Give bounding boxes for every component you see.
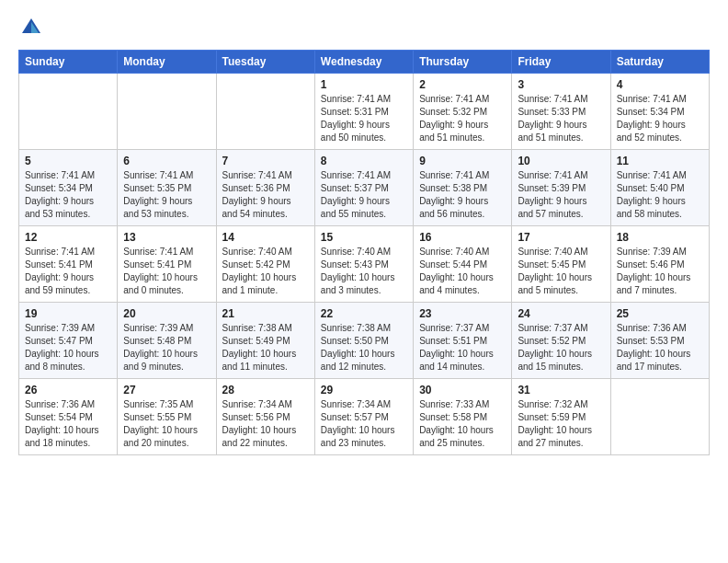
weekday-header-saturday: Saturday — [610, 51, 709, 74]
day-info-12: Sunrise: 7:41 AM Sunset: 5:41 PM Dayligh… — [25, 246, 111, 297]
weekday-header-tuesday: Tuesday — [216, 51, 314, 74]
empty-cell — [610, 379, 709, 455]
day-number-4: 4 — [617, 78, 703, 91]
day-info-1: Sunrise: 7:41 AM Sunset: 5:31 PM Dayligh… — [321, 93, 407, 144]
day-info-2: Sunrise: 7:41 AM Sunset: 5:32 PM Dayligh… — [419, 93, 506, 144]
logo-icon — [18, 15, 44, 40]
day-cell-5: 5Sunrise: 7:41 AM Sunset: 5:34 PM Daylig… — [19, 150, 118, 226]
empty-cell — [216, 74, 314, 150]
day-cell-1: 1Sunrise: 7:41 AM Sunset: 5:31 PM Daylig… — [314, 74, 413, 150]
day-number-18: 18 — [617, 231, 703, 244]
day-number-26: 26 — [25, 384, 111, 396]
day-cell-30: 30Sunrise: 7:33 AM Sunset: 5:58 PM Dayli… — [414, 379, 512, 455]
day-number-23: 23 — [419, 307, 506, 320]
day-cell-18: 18Sunrise: 7:39 AM Sunset: 5:46 PM Dayli… — [610, 226, 709, 303]
day-info-18: Sunrise: 7:39 AM Sunset: 5:46 PM Dayligh… — [617, 246, 703, 297]
day-info-9: Sunrise: 7:41 AM Sunset: 5:38 PM Dayligh… — [419, 169, 506, 221]
day-info-5: Sunrise: 7:41 AM Sunset: 5:34 PM Dayligh… — [25, 169, 111, 221]
day-info-21: Sunrise: 7:38 AM Sunset: 5:49 PM Dayligh… — [222, 322, 309, 373]
day-info-14: Sunrise: 7:40 AM Sunset: 5:42 PM Dayligh… — [222, 246, 309, 297]
day-info-26: Sunrise: 7:36 AM Sunset: 5:54 PM Dayligh… — [25, 398, 111, 450]
day-cell-25: 25Sunrise: 7:36 AM Sunset: 5:53 PM Dayli… — [610, 303, 709, 379]
day-info-13: Sunrise: 7:41 AM Sunset: 5:41 PM Dayligh… — [123, 246, 210, 297]
day-number-12: 12 — [25, 231, 111, 244]
day-number-9: 9 — [419, 155, 506, 167]
day-cell-29: 29Sunrise: 7:34 AM Sunset: 5:57 PM Dayli… — [314, 379, 413, 455]
day-cell-13: 13Sunrise: 7:41 AM Sunset: 5:41 PM Dayli… — [118, 226, 216, 303]
day-cell-17: 17Sunrise: 7:40 AM Sunset: 5:45 PM Dayli… — [512, 226, 610, 303]
day-number-7: 7 — [222, 155, 309, 167]
weekday-header-monday: Monday — [118, 51, 216, 74]
day-cell-16: 16Sunrise: 7:40 AM Sunset: 5:44 PM Dayli… — [414, 226, 512, 303]
day-number-22: 22 — [321, 307, 407, 320]
day-cell-27: 27Sunrise: 7:35 AM Sunset: 5:55 PM Dayli… — [118, 379, 216, 455]
day-cell-31: 31Sunrise: 7:32 AM Sunset: 5:59 PM Dayli… — [512, 379, 610, 455]
day-info-16: Sunrise: 7:40 AM Sunset: 5:44 PM Dayligh… — [419, 246, 506, 297]
weekday-header-thursday: Thursday — [414, 51, 512, 74]
day-cell-15: 15Sunrise: 7:40 AM Sunset: 5:43 PM Dayli… — [314, 226, 413, 303]
day-number-17: 17 — [518, 231, 604, 244]
day-info-22: Sunrise: 7:38 AM Sunset: 5:50 PM Dayligh… — [321, 322, 407, 373]
logo — [18, 15, 48, 40]
week-row-1: 5Sunrise: 7:41 AM Sunset: 5:34 PM Daylig… — [19, 150, 710, 226]
day-number-16: 16 — [419, 231, 506, 244]
day-cell-10: 10Sunrise: 7:41 AM Sunset: 5:39 PM Dayli… — [512, 150, 610, 226]
day-number-30: 30 — [419, 384, 506, 396]
weekday-header-friday: Friday — [512, 51, 610, 74]
day-cell-11: 11Sunrise: 7:41 AM Sunset: 5:40 PM Dayli… — [610, 150, 709, 226]
day-info-10: Sunrise: 7:41 AM Sunset: 5:39 PM Dayligh… — [518, 169, 604, 221]
day-cell-26: 26Sunrise: 7:36 AM Sunset: 5:54 PM Dayli… — [19, 379, 118, 455]
day-cell-23: 23Sunrise: 7:37 AM Sunset: 5:51 PM Dayli… — [414, 303, 512, 379]
week-row-0: 1Sunrise: 7:41 AM Sunset: 5:31 PM Daylig… — [19, 74, 710, 150]
day-number-21: 21 — [222, 307, 309, 320]
day-info-27: Sunrise: 7:35 AM Sunset: 5:55 PM Dayligh… — [123, 398, 210, 450]
week-row-4: 26Sunrise: 7:36 AM Sunset: 5:54 PM Dayli… — [19, 379, 710, 455]
day-info-7: Sunrise: 7:41 AM Sunset: 5:36 PM Dayligh… — [222, 169, 309, 221]
day-cell-19: 19Sunrise: 7:39 AM Sunset: 5:47 PM Dayli… — [19, 303, 118, 379]
day-number-28: 28 — [222, 384, 309, 396]
day-number-8: 8 — [321, 155, 407, 167]
day-cell-3: 3Sunrise: 7:41 AM Sunset: 5:33 PM Daylig… — [512, 74, 610, 150]
page: SundayMondayTuesdayWednesdayThursdayFrid… — [0, 0, 728, 563]
day-cell-21: 21Sunrise: 7:38 AM Sunset: 5:49 PM Dayli… — [216, 303, 314, 379]
header — [18, 15, 710, 40]
day-info-15: Sunrise: 7:40 AM Sunset: 5:43 PM Dayligh… — [321, 246, 407, 297]
day-info-8: Sunrise: 7:41 AM Sunset: 5:37 PM Dayligh… — [321, 169, 407, 221]
day-number-5: 5 — [25, 155, 111, 167]
empty-cell — [19, 74, 118, 150]
day-info-3: Sunrise: 7:41 AM Sunset: 5:33 PM Dayligh… — [518, 93, 604, 144]
day-info-20: Sunrise: 7:39 AM Sunset: 5:48 PM Dayligh… — [123, 322, 210, 373]
day-number-11: 11 — [617, 155, 703, 167]
day-number-27: 27 — [123, 384, 210, 396]
week-row-2: 12Sunrise: 7:41 AM Sunset: 5:41 PM Dayli… — [19, 226, 710, 303]
day-cell-9: 9Sunrise: 7:41 AM Sunset: 5:38 PM Daylig… — [414, 150, 512, 226]
day-cell-22: 22Sunrise: 7:38 AM Sunset: 5:50 PM Dayli… — [314, 303, 413, 379]
day-number-19: 19 — [25, 307, 111, 320]
day-cell-4: 4Sunrise: 7:41 AM Sunset: 5:34 PM Daylig… — [610, 74, 709, 150]
day-cell-7: 7Sunrise: 7:41 AM Sunset: 5:36 PM Daylig… — [216, 150, 314, 226]
day-number-14: 14 — [222, 231, 309, 244]
day-number-20: 20 — [123, 307, 210, 320]
day-number-15: 15 — [321, 231, 407, 244]
day-cell-2: 2Sunrise: 7:41 AM Sunset: 5:32 PM Daylig… — [414, 74, 512, 150]
day-info-19: Sunrise: 7:39 AM Sunset: 5:47 PM Dayligh… — [25, 322, 111, 373]
day-number-24: 24 — [518, 307, 604, 320]
day-cell-28: 28Sunrise: 7:34 AM Sunset: 5:56 PM Dayli… — [216, 379, 314, 455]
empty-cell — [118, 74, 216, 150]
day-info-4: Sunrise: 7:41 AM Sunset: 5:34 PM Dayligh… — [617, 93, 703, 144]
day-info-23: Sunrise: 7:37 AM Sunset: 5:51 PM Dayligh… — [419, 322, 506, 373]
day-cell-12: 12Sunrise: 7:41 AM Sunset: 5:41 PM Dayli… — [19, 226, 118, 303]
day-number-3: 3 — [518, 78, 604, 91]
day-info-31: Sunrise: 7:32 AM Sunset: 5:59 PM Dayligh… — [518, 398, 604, 450]
day-cell-6: 6Sunrise: 7:41 AM Sunset: 5:35 PM Daylig… — [118, 150, 216, 226]
day-number-6: 6 — [123, 155, 210, 167]
weekday-header-row: SundayMondayTuesdayWednesdayThursdayFrid… — [19, 51, 710, 74]
weekday-header-wednesday: Wednesday — [314, 51, 413, 74]
day-cell-24: 24Sunrise: 7:37 AM Sunset: 5:52 PM Dayli… — [512, 303, 610, 379]
day-number-2: 2 — [419, 78, 506, 91]
day-info-30: Sunrise: 7:33 AM Sunset: 5:58 PM Dayligh… — [419, 398, 506, 450]
week-row-3: 19Sunrise: 7:39 AM Sunset: 5:47 PM Dayli… — [19, 303, 710, 379]
day-cell-20: 20Sunrise: 7:39 AM Sunset: 5:48 PM Dayli… — [118, 303, 216, 379]
day-number-13: 13 — [123, 231, 210, 244]
day-number-1: 1 — [321, 78, 407, 91]
